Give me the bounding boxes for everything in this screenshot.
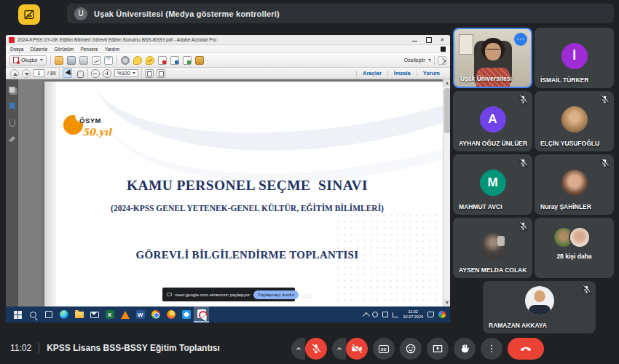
clock: 11:02 bbox=[10, 343, 31, 353]
search-icon bbox=[25, 306, 41, 323]
toolbar-separator bbox=[117, 55, 117, 65]
hide-banner-link: Gizle bbox=[301, 293, 312, 297]
pdf-tool-icon bbox=[158, 56, 167, 65]
menu-pencere: Pencere bbox=[80, 47, 98, 52]
mic-toggle-button[interactable] bbox=[305, 338, 327, 360]
more-participants-label: 28 kişi daha bbox=[535, 253, 614, 260]
presentation-surface[interactable]: 2024-KPSS GY-GK Eğitim Bilimleri Görevli… bbox=[6, 35, 450, 323]
export-tool-icon bbox=[183, 56, 192, 65]
mic-off-icon bbox=[582, 285, 591, 294]
avatar: İ bbox=[561, 43, 588, 69]
menu-dosya: Dosya bbox=[10, 47, 23, 52]
customize-button: Özelleştir bbox=[404, 58, 425, 63]
attachments-icon bbox=[9, 119, 15, 127]
media-blocked-button[interactable] bbox=[18, 4, 40, 25]
document-subtitle: (2024-KPSS GENEL YETENEK-GENEL KÜLTÜR, E… bbox=[44, 204, 450, 213]
caret-down-icon bbox=[133, 72, 135, 74]
caret-down-icon bbox=[428, 59, 431, 61]
camera-off-icon bbox=[351, 343, 363, 355]
pdf-page: ÖSYM 50.yıl KAMU PERSONEL SEÇME SINAVI (… bbox=[44, 82, 450, 306]
participant-tile-ayhan-oguz-unluer[interactable]: A AYHAN OĞUZ ÜNLÜER bbox=[453, 91, 532, 151]
reactions-button[interactable] bbox=[400, 338, 422, 360]
presenter-avatar: U bbox=[74, 7, 87, 20]
tile-options-button[interactable]: ⋯ bbox=[514, 33, 527, 46]
screen-share-icon bbox=[167, 293, 172, 296]
avatar: M bbox=[480, 170, 506, 196]
camera-options-button[interactable] bbox=[332, 338, 346, 360]
next-page-icon bbox=[22, 69, 31, 78]
mic-off-icon bbox=[519, 158, 528, 167]
captions-button[interactable]: cc bbox=[373, 338, 395, 360]
menu-duzenle: Düzenle bbox=[30, 47, 47, 52]
acrobat-titlebar: 2024-KPSS GY-GK Eğitim Bilimleri Görevli… bbox=[6, 35, 450, 45]
participant-name: Uşak Üniversitesi bbox=[460, 75, 512, 82]
chevron-up-icon bbox=[295, 345, 302, 352]
tray-status-icon bbox=[372, 312, 378, 317]
mic-options-button[interactable] bbox=[291, 338, 305, 360]
hand-tool-icon bbox=[75, 68, 84, 78]
acrobat-toolbar: Oluştur Özelleştir bbox=[6, 53, 450, 68]
camera-toggle-button[interactable] bbox=[346, 338, 368, 360]
acrobat-window-title: 2024-KPSS GY-GK Eğitim Bilimleri Görevli… bbox=[17, 37, 411, 42]
fit-width-icon bbox=[145, 69, 154, 78]
acrobat-app-icon bbox=[9, 37, 15, 43]
firefox-icon bbox=[163, 306, 178, 323]
mouse-cursor bbox=[201, 313, 209, 321]
participant-tile-ismail-turker[interactable]: İ İSMAİL TÜRKER bbox=[535, 28, 614, 88]
caret-down-icon bbox=[40, 59, 43, 61]
participant-name: ELÇİN YUSUFOĞLU bbox=[540, 140, 599, 147]
open-file-icon bbox=[55, 56, 63, 65]
edge-icon bbox=[56, 306, 71, 323]
mic-off-icon bbox=[600, 158, 610, 167]
toolbar-separator bbox=[50, 55, 51, 65]
end-call-button[interactable] bbox=[508, 338, 544, 360]
document-tab-icon bbox=[441, 47, 446, 52]
previous-page-icon bbox=[10, 69, 19, 78]
forms-tool-icon bbox=[195, 56, 204, 65]
osym-logo: ÖSYM 50.yıl bbox=[63, 112, 129, 150]
stop-sharing-button: Paylaşmayı durdur bbox=[253, 290, 299, 299]
menu-yardim: Yardım bbox=[105, 47, 119, 52]
share-banner-message: meet.google.com ekranınızı paylaşıyor. bbox=[175, 293, 251, 297]
participant-tile-nuray-sahinler[interactable]: Nuray ŞAHİNLER bbox=[535, 154, 614, 215]
meeting-title: KPSS Lisans BSS-BSSY Eğitim Toplantısı bbox=[47, 343, 220, 353]
raise-hand-button[interactable] bbox=[454, 338, 476, 360]
presenter-chip[interactable]: U Uşak Üniversitesi (Medya gösterme kont… bbox=[67, 4, 614, 23]
vlc-icon bbox=[117, 306, 133, 323]
mail-icon bbox=[87, 306, 102, 323]
select-tool-icon bbox=[63, 68, 72, 78]
participant-tile-aysen-melda-colak[interactable]: AYSEN MELDA COLAK bbox=[453, 218, 532, 278]
create-button: Oluştur bbox=[9, 55, 47, 66]
more-vertical-icon: ⋮ bbox=[487, 345, 497, 352]
task-view-icon bbox=[41, 306, 56, 323]
more-options-button[interactable]: ⋮ bbox=[481, 338, 502, 360]
participant-tile-usak-universitesi[interactable]: ⋯ Uşak Üniversitesi bbox=[453, 28, 532, 88]
presenter-chip-label: Uşak Üniversitesi (Medya gösterme kontro… bbox=[94, 9, 280, 18]
signatures-icon bbox=[9, 136, 16, 142]
participant-name: AYSEN MELDA COLAK bbox=[459, 266, 527, 274]
minimize-icon bbox=[411, 36, 418, 43]
hand-icon bbox=[459, 343, 470, 355]
zoom-out-icon bbox=[91, 69, 100, 78]
present-button[interactable] bbox=[427, 338, 449, 360]
overflow-participants-tile[interactable]: 28 kişi daha bbox=[535, 218, 614, 278]
system-tray: 11:02 10.07.2024 bbox=[363, 309, 450, 320]
create-doc-icon bbox=[13, 57, 19, 63]
chevron-up-icon bbox=[336, 345, 343, 352]
participant-tile-elcin-yusufoglu[interactable]: ELÇİN YUSUFOĞLU bbox=[535, 91, 614, 151]
participant-tile-ramazan-akkaya[interactable]: RAMAZAN AKKAYA bbox=[483, 281, 596, 333]
fit-page-icon bbox=[157, 69, 165, 78]
attach-tool-icon bbox=[170, 56, 179, 65]
bookmarks-icon bbox=[9, 103, 15, 110]
image-blocked-icon bbox=[23, 9, 35, 20]
fullscreen-icon bbox=[438, 56, 446, 65]
close-icon: ✕ bbox=[439, 36, 446, 43]
photos-icon bbox=[178, 306, 194, 323]
mic-off-icon bbox=[600, 95, 610, 104]
captions-icon: cc bbox=[379, 345, 389, 353]
tray-expand-icon bbox=[363, 312, 370, 319]
page-edge-shading bbox=[44, 82, 56, 306]
toolbar-separator bbox=[141, 68, 142, 78]
document-title: KAMU PERSONEL SEÇME SINAVI bbox=[44, 178, 450, 194]
participant-tile-mahmut-avci[interactable]: M MAHMUT AVCI bbox=[453, 154, 532, 215]
